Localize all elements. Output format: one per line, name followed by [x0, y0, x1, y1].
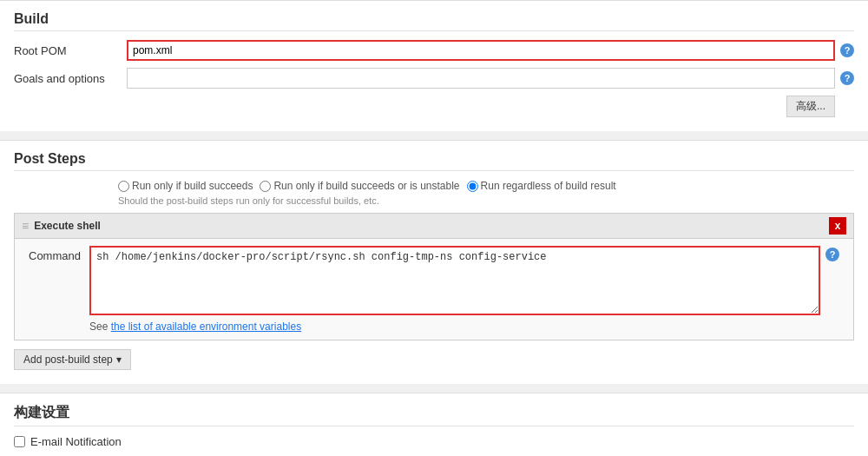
email-notification-label: E-mail Notification [30, 435, 122, 448]
execute-shell-header-left: ≡ Execute shell [22, 219, 101, 233]
email-notification-checkbox[interactable] [14, 436, 25, 447]
command-label: Command [29, 246, 89, 262]
advanced-button[interactable]: 高级... [786, 96, 835, 117]
build-settings-title: 构建设置 [14, 404, 854, 426]
radio-option-3[interactable]: Run regardless of build result [467, 180, 616, 192]
add-post-build-step-button[interactable]: Add post-build step ▾ [14, 349, 131, 370]
execute-shell-close-button[interactable]: x [829, 217, 846, 235]
env-vars-text: See the list of available environment va… [89, 321, 839, 333]
radio-option-1[interactable]: Run only if build succeeds [118, 180, 253, 192]
command-help-icon[interactable]: ? [825, 248, 839, 261]
execute-shell-box: ≡ Execute shell x Command sh /home/jenki… [14, 213, 854, 340]
execute-shell-header: ≡ Execute shell x [15, 214, 853, 239]
env-vars-link[interactable]: the list of available environment variab… [111, 321, 301, 333]
command-textarea[interactable]: sh /home/jenkins/docker-pro/script/rsync… [89, 246, 820, 315]
root-pom-input[interactable] [127, 40, 835, 61]
build-settings-section: 构建设置 E-mail Notification [0, 393, 868, 456]
root-pom-label: Root POM [14, 44, 127, 57]
execute-shell-label: Execute shell [34, 220, 101, 232]
root-pom-help-icon[interactable]: ? [840, 43, 854, 57]
execute-shell-body: Command sh /home/jenkins/docker-pro/scri… [15, 239, 853, 340]
add-post-build-btn-row: Add post-build step ▾ [14, 349, 854, 370]
goals-options-help-icon[interactable]: ? [840, 71, 854, 85]
goals-options-input[interactable] [127, 68, 835, 89]
radio-hint: Should the post-build steps run only for… [118, 195, 854, 206]
command-row: Command sh /home/jenkins/docker-pro/scri… [29, 246, 839, 315]
email-notification-row: E-mail Notification [14, 435, 854, 448]
goals-options-label: Goals and options [14, 72, 127, 85]
drag-handle-icon: ≡ [22, 219, 29, 233]
radio-option-2[interactable]: Run only if build succeeds or is unstabl… [260, 180, 459, 192]
goals-options-row: Goals and options ? [14, 68, 854, 89]
post-steps-section: Post Steps Run only if build succeeds Ru… [0, 140, 868, 384]
post-steps-title: Post Steps [14, 151, 854, 171]
build-section-title: Build [14, 11, 854, 31]
advanced-btn-row: 高级... [14, 96, 854, 117]
radio-group: Run only if build succeeds Run only if b… [118, 180, 854, 192]
build-section: Build Root POM ? Goals and options ? 高级.… [0, 0, 868, 131]
root-pom-row: Root POM ? [14, 40, 854, 61]
